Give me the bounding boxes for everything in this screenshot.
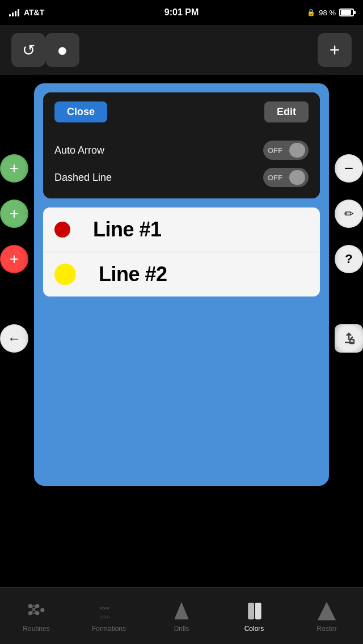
signal-bar-4 [18,9,19,16]
colors-icon [243,600,265,622]
formations-icon: ××× ○○○ [98,600,120,622]
svg-rect-13 [248,603,254,619]
battery-fill [341,10,351,15]
auto-arrow-toggle[interactable]: OFF [263,141,309,160]
circle-button[interactable]: ● [45,33,79,67]
status-right: 🔒 98 % [307,9,354,17]
pencil-button[interactable]: ✏ [335,200,363,228]
signal-bar-3 [15,11,16,16]
svg-rect-0 [350,340,354,344]
signal-bars [9,9,19,16]
drills-label: Drills [174,625,189,633]
export-button[interactable] [335,324,363,353]
signal-bar-1 [9,14,11,16]
svg-rect-14 [255,603,261,619]
dashed-line-toggle[interactable]: OFF [263,168,309,187]
add-left-button-2[interactable]: + [0,200,28,228]
refresh-button[interactable]: ↺ [11,33,45,67]
lock-icon: 🔒 [307,9,315,16]
plus-button[interactable]: + [318,33,352,67]
formations-label: Formations [92,625,126,633]
toolbar: ↺ ● + [0,25,363,75]
tab-drills[interactable]: Drills [145,600,218,633]
dashed-line-knob [289,170,305,185]
tab-routines[interactable]: Routines [0,600,73,633]
colors-label: Colors [244,625,264,633]
roster-label: Roster [316,625,336,633]
svg-marker-15 [318,601,336,620]
modal-header: Close Edit [43,92,320,132]
minus-button[interactable]: − [335,154,363,183]
edit-button[interactable]: Edit [264,101,309,122]
tab-colors[interactable]: Colors [218,600,290,633]
auto-arrow-label: Auto Arrow [54,145,104,156]
svg-text:○○○: ○○○ [100,613,110,619]
auto-arrow-knob [289,143,305,158]
carrier-label: AT&T [24,8,44,17]
add-left-button-1[interactable]: + [0,154,28,183]
list-item[interactable]: Line #1 [43,207,320,252]
close-button[interactable]: Close [54,101,107,122]
line1-label: Line #1 [93,218,162,242]
signal-bar-2 [12,12,14,16]
line1-dot [54,222,70,238]
add-left-button-3[interactable]: + [0,245,28,273]
tab-bar: Routines ××× ○○○ Formations Drills Color… [0,587,363,644]
line-list: Line #1 Line #2 [43,207,320,296]
time-label: 9:01 PM [164,7,199,18]
tab-roster[interactable]: Roster [290,600,363,633]
blue-card: Close Edit Auto Arrow OFF Dashed Line OF… [34,83,329,486]
status-bar: AT&T 9:01 PM 🔒 98 % [0,0,363,25]
modal-panel: Close Edit Auto Arrow OFF Dashed Line OF… [43,92,320,198]
dashed-line-row: Dashed Line OFF [54,168,309,187]
svg-text:×××: ××× [100,605,110,611]
auto-arrow-state: OFF [268,146,282,155]
roster-icon [315,600,338,622]
toggle-section: Auto Arrow OFF Dashed Line OFF [43,132,320,198]
list-item[interactable]: Line #2 [43,252,320,296]
dashed-line-state: OFF [268,173,282,182]
auto-arrow-row: Auto Arrow OFF [54,141,309,160]
help-button[interactable]: ? [335,245,363,273]
routines-label: Routines [23,625,49,633]
dashed-line-label: Dashed Line [54,172,112,184]
tab-formations[interactable]: ××× ○○○ Formations [73,600,145,633]
svg-marker-12 [174,601,188,619]
line2-label: Line #2 [99,262,167,286]
svg-point-9 [40,608,44,612]
line2-dot [54,264,76,285]
routines-icon [25,600,48,622]
drills-icon [170,600,193,622]
battery-icon [339,9,354,16]
battery-percent: 98 % [319,9,336,17]
status-left: AT&T [9,8,44,17]
back-button[interactable]: ← [0,324,28,353]
main-area: + + + ← − ✏ ? Close Edit Auto Arrow [0,75,363,494]
